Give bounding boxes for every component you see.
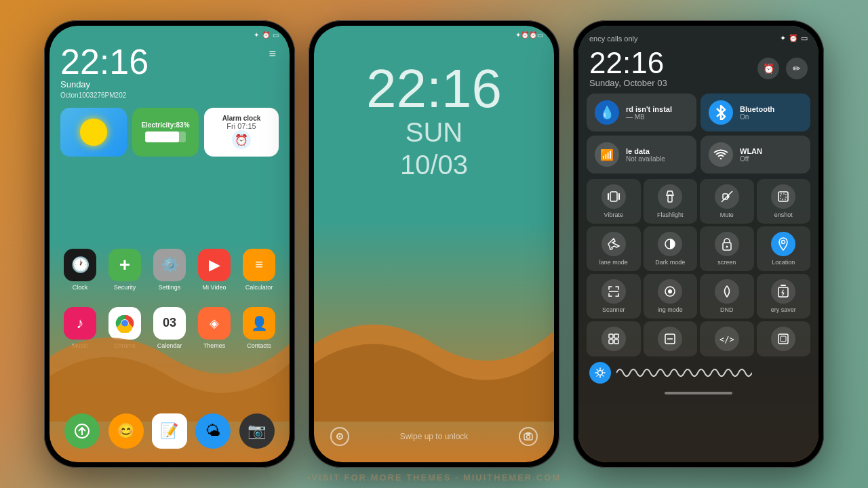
wave-decoration: [50, 292, 290, 422]
phone-2: ✦⏰⏰▭ 22:16 SUN 10/03 Swipe: [309, 20, 559, 468]
mobiledata-title: rd isn't instal: [626, 105, 672, 113]
calculator-label: Calculator: [245, 284, 273, 291]
airplane-label: lane mode: [599, 259, 628, 266]
control-center: ency calls only ✦ ⏰ ▭ 22:16 Sunday, Octo…: [578, 26, 818, 462]
alarm-time: Fri 07:15: [226, 122, 256, 130]
cc-signal-row: 📶 le data Not available: [584, 136, 813, 174]
dock-chat[interactable]: 😊: [108, 413, 144, 449]
watermark: •VISIT FOR MORE THEMES - MIUITHEMER.COM: [0, 467, 868, 488]
cc-toggles-row3: Scanner ing mode: [584, 274, 813, 319]
svg-line-42: [603, 375, 604, 376]
svg-line-44: [603, 369, 604, 370]
dnd-icon: [715, 279, 739, 304]
signal-icon: 📶: [595, 142, 619, 167]
widgets-row: Electricity:83% Alarm clock Fri 07:15 ⏰: [50, 100, 290, 157]
cc-status-bar: ency calls only ✦ ⏰ ▭: [584, 31, 813, 45]
toggle-misc4[interactable]: [757, 321, 811, 357]
app-clock[interactable]: 🕐 Clock: [60, 249, 100, 291]
svg-point-8: [526, 435, 530, 439]
mobiledata-info: rd isn't instal — MB: [626, 105, 672, 121]
toggle-scanner[interactable]: Scanner: [587, 274, 641, 319]
brightness-icon[interactable]: [589, 362, 611, 384]
toggle-location[interactable]: Location: [757, 226, 811, 271]
calculator-icon: ≡: [243, 249, 275, 281]
camera-icon: 📷: [239, 413, 275, 449]
bluetooth-sub: On: [740, 113, 774, 121]
dock-notes[interactable]: 📝: [152, 413, 187, 449]
status-bar-1: ✦ ⏰ ▭: [50, 26, 290, 41]
battery-icon: ▭: [273, 31, 279, 39]
darkmode-label: Dark mode: [655, 259, 685, 266]
electricity-widget[interactable]: Electricity:83%: [132, 108, 199, 157]
dock-getapps[interactable]: [64, 413, 100, 449]
cc-bt-icon: ✦: [780, 34, 786, 43]
cc-toggles-row4: </>: [584, 321, 813, 357]
menu-icon[interactable]: ≡: [266, 44, 279, 64]
svg-rect-35: [781, 336, 786, 342]
weather-widget[interactable]: [60, 108, 127, 157]
toggle-dnd[interactable]: DND: [700, 274, 754, 319]
vibrate-icon: [601, 184, 626, 209]
battery-fill: [145, 131, 179, 142]
chat-icon: 😊: [108, 413, 144, 449]
electricity-label: Electricity:83%: [141, 121, 189, 129]
toggle-darkmode[interactable]: Dark mode: [644, 226, 698, 271]
tile-bluetooth[interactable]: Bluetooth On: [701, 94, 810, 131]
app-calculator[interactable]: ≡ Calculator: [239, 249, 279, 291]
tile-mobiledata[interactable]: 💧 rd isn't instal — MB: [587, 94, 696, 131]
toggle-recording[interactable]: ing mode: [644, 274, 698, 319]
darkmode-icon: [658, 232, 682, 256]
home-time: 22:16: [60, 44, 149, 79]
batterysaver-label: ery saver: [771, 306, 796, 313]
toggle-batterysaver[interactable]: ery saver: [757, 274, 811, 319]
toggle-flashlight[interactable]: Flashlight: [644, 179, 698, 224]
lockscreen-icon: [715, 232, 739, 256]
cc-date: Sunday, October 03: [589, 78, 667, 88]
svg-rect-26: [778, 287, 788, 297]
toggle-misc3[interactable]: </>: [700, 321, 754, 357]
dock-weather[interactable]: 🌤: [195, 413, 231, 449]
home-header: 22:16 Sunday Octon1003276PM202 ≡: [50, 41, 290, 100]
lock-camera-right[interactable]: [519, 427, 538, 446]
brightness-row: [584, 359, 813, 386]
mivideo-icon: ▶: [198, 249, 231, 281]
tile-wlan[interactable]: WLAN Off: [701, 136, 810, 174]
cc-edit-btn[interactable]: ✏: [786, 58, 808, 79]
recording-icon: [658, 279, 682, 304]
toggle-misc2[interactable]: [644, 321, 698, 357]
toggle-mute[interactable]: Mute: [700, 179, 754, 224]
dock: 😊 📝 🌤 📷: [50, 405, 290, 454]
airplane-icon: [601, 232, 626, 256]
toggle-airplane[interactable]: lane mode: [587, 226, 641, 271]
home-indicator[interactable]: [665, 392, 732, 394]
location-label: Location: [772, 259, 795, 266]
wlan-info: WLAN Off: [740, 147, 762, 163]
weather-dock-icon: 🌤: [195, 413, 231, 449]
toggle-misc1[interactable]: [587, 321, 641, 357]
toggle-lockscreen[interactable]: screen: [700, 226, 754, 271]
svg-rect-18: [781, 194, 786, 199]
cc-time-actions: ⏰ ✏: [757, 58, 808, 79]
notes-icon: 📝: [152, 413, 187, 449]
app-security[interactable]: + Security: [105, 249, 144, 291]
mivideo-label: Mi Video: [203, 284, 226, 291]
svg-point-21: [726, 246, 728, 248]
settings-icon: ⚙️: [153, 249, 186, 281]
app-settings[interactable]: ⚙️ Settings: [150, 249, 189, 291]
cc-alarm-btn[interactable]: ⏰: [757, 58, 779, 79]
toggle-vibrate[interactable]: Vibrate: [587, 179, 641, 224]
alarm-widget[interactable]: Alarm clock Fri 07:15 ⏰: [204, 108, 279, 157]
clock-icon: 🕐: [64, 249, 96, 281]
misc1-icon: [601, 327, 626, 351]
tile-datasignal[interactable]: 📶 le data Not available: [587, 136, 696, 174]
lock-camera-icon[interactable]: [330, 427, 349, 446]
lockscreen-label: screen: [717, 259, 736, 266]
app-mivideo[interactable]: ▶ Mi Video: [195, 249, 234, 291]
toggle-screenshot[interactable]: enshot: [757, 179, 811, 224]
security-label: Security: [114, 284, 136, 291]
lock-wave: [314, 292, 554, 422]
dock-camera[interactable]: 📷: [239, 413, 275, 449]
mute-label: Mute: [720, 211, 734, 218]
phone-3: ency calls only ✦ ⏰ ▭ 22:16 Sunday, Octo…: [573, 20, 824, 468]
cc-status-right: ✦ ⏰ ▭: [780, 34, 808, 43]
